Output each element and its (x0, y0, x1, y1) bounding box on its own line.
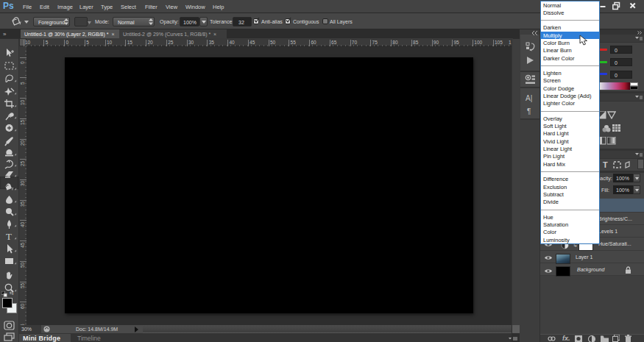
svg-text:T: T (6, 231, 12, 242)
